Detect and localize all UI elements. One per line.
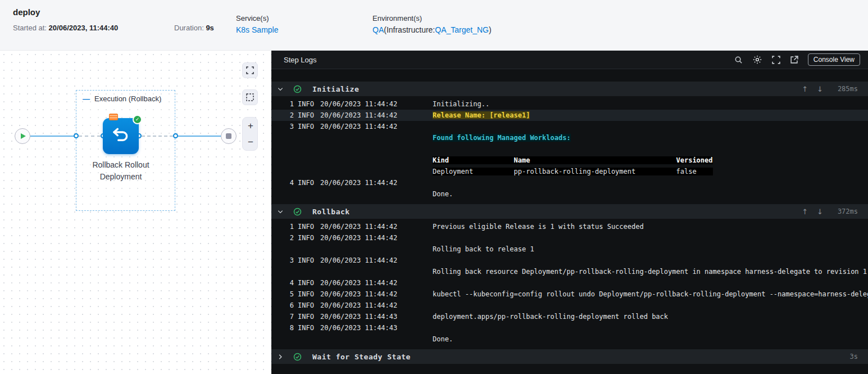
log-timestamp: 20/06/2023 11:44:42	[320, 232, 433, 244]
log-line[interactable]: 5INFO20/06/2023 11:44:42kubectl --kubeco…	[271, 289, 868, 300]
section-title: Rollback	[312, 208, 350, 216]
log-level: INFO	[298, 121, 320, 132]
log-line[interactable]: 1INFO20/06/2023 11:44:42Initializing..	[271, 98, 868, 110]
log-level: INFO	[298, 322, 320, 334]
log-message	[433, 322, 868, 334]
success-check-icon	[293, 208, 302, 216]
fullscreen-icon[interactable]	[772, 56, 780, 64]
log-message: Found following Managed Workloads:	[433, 132, 868, 143]
log-level: INFO	[298, 221, 320, 232]
log-level: INFO	[298, 177, 320, 188]
log-section-header[interactable]: Rollback ↑ ↓ 372ms	[271, 204, 868, 219]
log-timestamp: 20/06/2023 11:44:43	[320, 311, 433, 322]
search-icon[interactable]	[734, 56, 743, 64]
log-line-number: 3	[286, 255, 294, 266]
pipeline-end-node[interactable]	[221, 128, 237, 144]
log-line[interactable]: Found following Managed Workloads:	[271, 132, 868, 143]
scroll-to-bottom-icon[interactable]: ↓	[817, 85, 823, 93]
scroll-to-bottom-icon[interactable]: ↓	[817, 208, 823, 216]
log-timestamp: 20/06/2023 11:44:42	[320, 121, 433, 132]
log-timestamp	[320, 132, 433, 143]
log-message	[433, 232, 868, 244]
service-link[interactable]: K8s Sample	[236, 25, 278, 34]
log-message: Done.	[433, 188, 868, 200]
rollback-arrow-icon	[111, 125, 130, 147]
log-timestamp: 20/06/2023 11:44:42	[320, 255, 433, 266]
zoom-in-button[interactable]: +	[243, 118, 258, 134]
port-group-left	[74, 133, 79, 138]
log-timestamp: 20/06/2023 11:44:42	[320, 221, 433, 232]
log-level	[298, 155, 320, 166]
log-timestamp: 20/06/2023 11:44:42	[320, 110, 433, 121]
log-message: deployment.apps/pp-rollback-rolling-depl…	[433, 311, 868, 322]
log-line[interactable]: Rolling back to release 1	[271, 244, 868, 255]
section-duration: 285ms	[832, 85, 858, 93]
log-level	[298, 244, 320, 255]
log-line[interactable]: 1INFO20/06/2023 11:44:42Previous eligibl…	[271, 221, 868, 232]
log-line[interactable]: 4INFO20/06/2023 11:44:42	[271, 277, 868, 289]
log-message	[433, 121, 868, 132]
log-line[interactable]	[271, 143, 868, 155]
section-title: Initialize	[312, 85, 359, 93]
log-line-number: 4	[286, 177, 294, 188]
rollback-step-node[interactable]: ✓	[103, 118, 139, 154]
started-value: 20/06/2023, 11:44:40	[49, 24, 119, 32]
log-line[interactable]: 8INFO20/06/2023 11:44:43	[271, 322, 868, 334]
log-level	[298, 334, 320, 345]
canvas-expand-button[interactable]	[242, 62, 258, 78]
canvas-selection-button[interactable]	[242, 89, 258, 105]
log-line-number	[286, 166, 294, 177]
open-in-new-icon[interactable]	[790, 56, 798, 64]
log-timestamp	[320, 334, 433, 345]
collapse-icon[interactable]: —	[83, 94, 90, 103]
services-label: Service(s)	[236, 14, 278, 22]
environment-link[interactable]: QA	[372, 25, 384, 34]
pipeline-graph-canvas[interactable]: — Execution (Rollback) ✓ Rollback Rollou…	[0, 51, 271, 374]
log-line-number: 5	[286, 289, 294, 300]
log-line[interactable]: 7INFO20/06/2023 11:44:43deployment.apps/…	[271, 311, 868, 322]
section-duration: 372ms	[832, 208, 858, 215]
log-line[interactable]: 4INFO20/06/2023 11:44:42	[271, 177, 868, 188]
settings-gear-icon[interactable]	[752, 55, 762, 65]
stop-icon	[226, 133, 231, 139]
scroll-to-top-icon[interactable]: ↑	[802, 208, 808, 216]
log-message: Release Name: [release1]	[433, 110, 868, 121]
infrastructure-link[interactable]: QA_Target_NG	[435, 25, 489, 34]
log-level: INFO	[298, 232, 320, 244]
log-line[interactable]: 3INFO20/06/2023 11:44:42	[271, 255, 868, 266]
log-message	[433, 300, 868, 311]
duration-value: 9s	[206, 24, 213, 32]
started-at: Started at: 20/06/2023, 11:44:40	[13, 24, 118, 32]
play-icon	[21, 133, 26, 139]
log-line[interactable]: Rolling back resource Deployment/pp-roll…	[271, 266, 868, 277]
log-section-header[interactable]: Initialize ↑ ↓ 285ms	[271, 82, 868, 96]
log-line[interactable]: Done.	[271, 334, 868, 345]
scroll-to-top-icon[interactable]: ↑	[802, 85, 808, 93]
log-level	[298, 132, 320, 143]
log-message	[433, 277, 868, 289]
log-level: INFO	[298, 277, 320, 289]
log-line[interactable]: Deployment pp-rollback-rolling-deploymen…	[271, 166, 868, 177]
log-line[interactable]: Done.	[271, 188, 868, 200]
execution-group-label[interactable]: — Execution (Rollback)	[83, 94, 161, 103]
log-line[interactable]: 2INFO20/06/2023 11:44:42	[271, 232, 868, 244]
execution-header: deploy Started at: 20/06/2023, 11:44:40 …	[0, 0, 868, 51]
log-timestamp	[320, 188, 433, 200]
zoom-out-button[interactable]: −	[243, 134, 258, 150]
log-message	[433, 255, 868, 266]
success-check-icon	[293, 353, 302, 361]
log-section: Wait for Steady State ↑ ↓ 3s	[271, 349, 868, 364]
log-timestamp: 20/06/2023 11:44:43	[320, 322, 433, 334]
log-section-header[interactable]: Wait for Steady State ↑ ↓ 3s	[271, 349, 868, 364]
pipeline-start-node[interactable]	[15, 128, 30, 144]
console-view-button[interactable]: Console View	[808, 53, 860, 66]
step-type-icon	[109, 114, 118, 120]
log-timestamp	[320, 143, 433, 155]
log-line[interactable]: Kind Name Versioned	[271, 155, 868, 166]
log-section: Rollback ↑ ↓ 372ms 1INFO20/06/2023 11:44…	[271, 204, 868, 345]
log-line[interactable]: 6INFO20/06/2023 11:44:42	[271, 300, 868, 311]
log-line[interactable]: 3INFO20/06/2023 11:44:42	[271, 121, 868, 132]
log-line[interactable]: 2INFO20/06/2023 11:44:42Release Name: [r…	[271, 110, 868, 121]
expand-icon	[246, 66, 254, 74]
log-line-number	[286, 334, 294, 345]
